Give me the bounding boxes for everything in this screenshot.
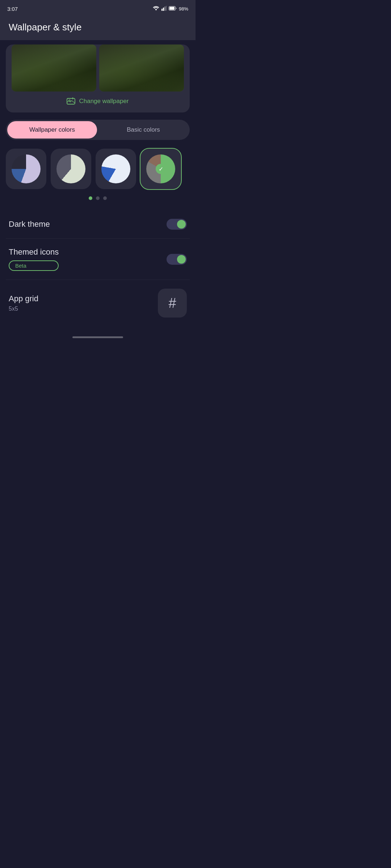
app-grid-info: App grid 5x5	[9, 294, 38, 312]
wallpaper-thumb-lock	[12, 44, 96, 92]
color-swatch-4[interactable]: ✓	[140, 149, 181, 189]
svg-rect-1	[163, 8, 164, 11]
page-dots-indicator	[0, 195, 196, 207]
dot-1	[89, 196, 92, 200]
color-swatch-2[interactable]	[51, 149, 91, 189]
dark-theme-toggle-knob	[177, 220, 186, 229]
change-wallpaper-label: Change wallpaper	[79, 98, 129, 105]
app-grid-row[interactable]: App grid 5x5 #	[6, 280, 190, 326]
status-icons: 98%	[153, 6, 188, 12]
wallpaper-preview-section: Change wallpaper	[6, 44, 190, 112]
svg-rect-2	[164, 7, 165, 11]
themed-icons-info: Themed icons Beta	[9, 247, 59, 271]
swatch-circle-3	[101, 154, 130, 183]
tab-wallpaper-colors[interactable]: Wallpaper colors	[7, 121, 97, 139]
dot-2	[96, 196, 100, 200]
tab-basic-colors[interactable]: Basic colors	[98, 121, 188, 139]
app-grid-label: App grid	[9, 294, 38, 303]
page-header: Wallpaper & style	[0, 16, 196, 40]
color-swatches-row: ✓	[0, 146, 196, 195]
color-tabs: Wallpaper colors Basic colors	[6, 120, 190, 140]
wallpaper-thumb-inner-lock	[12, 44, 96, 92]
swatch-circle-4: ✓	[146, 154, 175, 183]
themed-icons-label: Themed icons	[9, 247, 59, 257]
svg-rect-0	[161, 9, 163, 11]
battery-percent: 98%	[179, 6, 188, 12]
dot-3	[103, 196, 107, 200]
beta-badge: Beta	[9, 260, 59, 271]
svg-rect-5	[169, 7, 175, 10]
wallpaper-images	[6, 44, 190, 92]
app-grid-icon-button[interactable]: #	[158, 289, 187, 318]
wallpaper-thumb-home	[99, 44, 184, 92]
color-swatch-3[interactable]	[96, 149, 136, 189]
wifi-icon	[153, 6, 159, 12]
color-swatch-1[interactable]	[6, 149, 46, 189]
dark-theme-row: Dark theme	[6, 210, 190, 239]
app-grid-value: 5x5	[9, 306, 38, 312]
dark-theme-toggle[interactable]	[167, 219, 187, 230]
status-time: 3:07	[7, 6, 18, 12]
dark-theme-label: Dark theme	[9, 220, 50, 229]
signal-icon	[161, 6, 167, 12]
hash-icon: #	[168, 295, 176, 311]
swatch-circle-2	[56, 154, 85, 183]
page-title: Wallpaper & style	[9, 22, 187, 33]
home-indicator	[0, 329, 196, 342]
svg-rect-3	[166, 6, 167, 11]
themed-icons-toggle-knob	[177, 255, 186, 264]
status-bar: 3:07 98%	[0, 0, 196, 16]
dark-theme-info: Dark theme	[9, 220, 50, 229]
home-bar	[72, 336, 123, 338]
wallpaper-thumb-inner-home	[99, 44, 184, 92]
themed-icons-row: Themed icons Beta	[6, 239, 190, 280]
change-wallpaper-icon	[67, 97, 75, 105]
change-wallpaper-button[interactable]: Change wallpaper	[6, 97, 190, 105]
swatch-circle-1	[12, 154, 41, 183]
settings-section: Dark theme Themed icons Beta App grid 5x…	[0, 207, 196, 329]
themed-icons-toggle[interactable]	[167, 254, 187, 265]
battery-icon	[169, 6, 177, 12]
swatch-selected-check: ✓	[156, 164, 166, 174]
